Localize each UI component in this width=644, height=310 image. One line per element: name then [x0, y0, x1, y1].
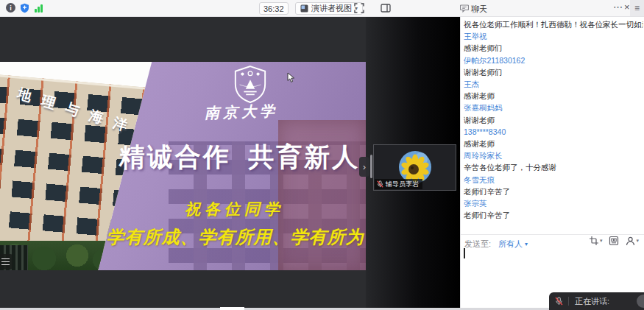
fullscreen-icon[interactable]: [354, 3, 364, 13]
speaker-avatar: [637, 295, 644, 308]
mention-person-icon[interactable]: ▾: [626, 236, 639, 246]
chat-message-text: 谢谢老师们: [464, 66, 643, 78]
composer-divider: [461, 234, 644, 235]
chat-panel-title: 聊天: [471, 4, 487, 15]
chat-message-text: 感谢老师: [464, 138, 643, 149]
security-shield-icon[interactable]: [20, 3, 29, 13]
chat-panel: 祝各位老师工作顺利！扎西德勒！祝各位家长一切如意！王举祝感谢老师们伊帕尔2118…: [460, 16, 644, 310]
chat-sender-name: 王杰: [464, 78, 643, 90]
chat-more-icon[interactable]: ⋯: [613, 1, 622, 13]
chat-sender-name: 周玲玲家长: [464, 149, 643, 161]
screenshot-icon[interactable]: ▾: [589, 236, 603, 246]
chat-message-list[interactable]: 祝各位老师工作顺利！扎西德勒！祝各位家长一切如意！王举祝感谢老师们伊帕尔2118…: [464, 18, 643, 232]
chat-message-text: 老师们辛苦了: [464, 209, 643, 221]
divider: [568, 297, 569, 306]
speaker-view-button[interactable]: 演讲者视图 ▾: [295, 2, 363, 15]
network-signal-icon[interactable]: [35, 4, 43, 13]
taskbar-sliver-highlight: [220, 307, 244, 310]
mention-caret-icon: ▾: [636, 238, 639, 244]
taskbar-sliver: [0, 308, 549, 310]
chat-sender-name: 冬雪无痕: [464, 174, 643, 186]
meeting-info-icon[interactable]: i: [6, 3, 15, 13]
mic-muted-icon: [555, 297, 563, 306]
speaking-label: 正在讲话:: [575, 296, 609, 307]
chat-sender-name: 138****8340: [464, 126, 643, 138]
chat-message-text: 辛苦各位老师了，十分感谢: [464, 161, 643, 173]
window-menu-icon[interactable]: ≡: [630, 0, 644, 16]
chat-close-icon[interactable]: ×: [624, 1, 630, 13]
annotation-list-icon[interactable]: [0, 254, 13, 270]
chat-sender-name: 张宗英: [464, 197, 643, 209]
chat-message-text: 谢谢老师: [464, 114, 643, 126]
video-strip-expand-button[interactable]: ›: [359, 157, 369, 177]
meeting-timer: 36:32: [259, 2, 289, 15]
mic-muted-icon: [377, 180, 383, 188]
chat-message-text: 老师们辛苦了: [464, 186, 643, 197]
screenshot-caret-icon: ▾: [600, 238, 603, 244]
presentation-slide: 地理与海洋科学学院 南京大学 精诚合作 共育新人 祝各位同学 学有所成、学有所用…: [0, 62, 366, 270]
chat-bubble-icon: [460, 4, 469, 13]
participant-video-tile[interactable]: 辅导员李岩: [373, 144, 456, 191]
participant-name: 辅导员李岩: [386, 180, 419, 189]
top-toolbar: i 36:32 演讲者视图 ▾: [0, 0, 644, 17]
university-name: 南京大学: [205, 101, 272, 123]
slide-wish-line1: 祝各位同学: [110, 199, 358, 219]
slide-wish-line2: 学有所成、学有所用、学有所为: [102, 225, 366, 249]
image-icon[interactable]: [609, 236, 619, 246]
video-strip-drag-handle[interactable]: [370, 155, 372, 178]
layout-view-icon: [300, 4, 308, 13]
mouse-cursor: [287, 72, 295, 86]
side-panel-icon[interactable]: [381, 3, 391, 13]
participant-name-tag: 辅导员李岩: [375, 179, 422, 189]
chat-message-text: 感谢老师: [464, 90, 643, 102]
chat-sender-name: 伊帕尔211830162: [464, 54, 643, 66]
chat-sender-name: 王举祝: [464, 30, 643, 42]
chat-message-text: 感谢老师们: [464, 42, 643, 54]
slide-title: 精诚合作 共育新人: [110, 140, 366, 175]
speaking-indicator-bar: 正在讲话:: [549, 292, 644, 310]
chat-sender-name: 张嘉桐妈妈: [464, 102, 643, 113]
chat-message-text: 祝各位老师工作顺利！扎西德勒！祝各位家长一切如意！: [464, 18, 643, 30]
meeting-window: i 36:32 演讲者视图 ▾: [0, 0, 644, 310]
